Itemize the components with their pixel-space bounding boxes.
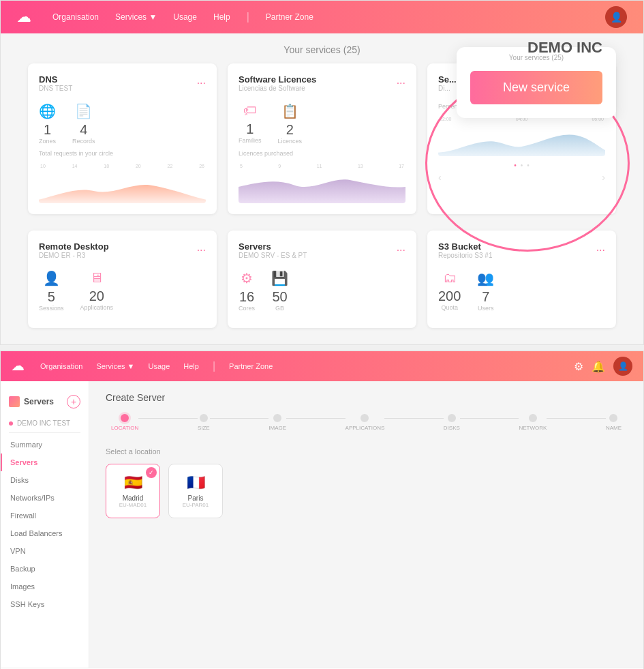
- bottom-nav-help[interactable]: Help: [183, 362, 199, 370]
- location-paris[interactable]: 🇫🇷 Paris EU-PAR01: [168, 464, 223, 518]
- paris-flag: 🇫🇷: [187, 474, 205, 492]
- s3-title: S3 Bucket: [438, 241, 493, 252]
- sidebar-section-dot: [9, 421, 13, 426]
- nav-services[interactable]: Services ▼: [115, 12, 157, 22]
- software-chart: 59111317: [239, 162, 405, 203]
- nav-usage[interactable]: Usage: [173, 12, 197, 22]
- remote-desktop-header: Remote Desktop DEMO ER - R3 ...: [39, 241, 206, 267]
- sidebar-item-disks[interactable]: Disks: [1, 471, 89, 489]
- step-name-circle: [609, 414, 617, 422]
- sidebar-item-networks[interactable]: Networks/IPs: [1, 489, 89, 507]
- bottom-nav-usage[interactable]: Usage: [149, 362, 170, 370]
- services-title: Your services (25): [283, 44, 360, 55]
- applications-icon: 🖥: [90, 270, 104, 286]
- cores-icon: ⚙: [241, 270, 253, 286]
- top-avatar[interactable]: 👤: [605, 6, 627, 28]
- applications-value: 20: [89, 288, 104, 304]
- s3-users-label: Users: [478, 305, 494, 312]
- s3-users-value: 7: [482, 289, 489, 305]
- top-navbar-right: 👤: [605, 6, 627, 28]
- s3-users-icon: 👥: [477, 270, 494, 286]
- dns-card: DNS DNS TEST ... 🌐 1 Zones 📄 4 Records T…: [28, 63, 217, 214]
- s3-subtitle: Repositorio S3 #1: [438, 252, 493, 259]
- sidebar-item-ssh-keys[interactable]: SSH Keys: [1, 595, 89, 613]
- sidebar-item-backup[interactable]: Backup: [1, 560, 89, 578]
- madrid-flag: 🇪🇸: [124, 474, 142, 492]
- dns-records-value: 4: [80, 122, 87, 138]
- sidebar-section-label: DEMO INC TEST: [1, 417, 89, 430]
- step-disks: DISKS: [444, 414, 460, 431]
- bottom-avatar[interactable]: 👤: [613, 357, 632, 376]
- dns-zones-icon: 🌐: [39, 103, 56, 119]
- remote-applications-stat: 🖥 20 Applications: [80, 270, 114, 312]
- software-licences-card: Software Licences Licencias de Software …: [228, 63, 416, 214]
- paris-name: Paris: [188, 494, 204, 502]
- top-nav-links: Organisation Services ▼ Usage Help | Par…: [52, 11, 605, 23]
- notification-icon[interactable]: 🔔: [592, 360, 605, 373]
- step-image-circle: [273, 414, 281, 422]
- applications-label: Applications: [80, 304, 114, 311]
- sidebar-title: Servers: [9, 396, 54, 407]
- s3-dots[interactable]: ...: [596, 241, 605, 254]
- step-disks-label: DISKS: [444, 425, 460, 431]
- prev-arrow[interactable]: ‹: [438, 172, 442, 183]
- dns-card-header: DNS DNS TEST ...: [39, 74, 206, 100]
- servers-dots[interactable]: ...: [397, 241, 405, 254]
- step-size-circle: [200, 414, 208, 422]
- step-size: SIZE: [198, 414, 210, 431]
- bottom-nav-partner-zone[interactable]: Partner Zone: [229, 362, 273, 370]
- servers-stats: ⚙ 16 Cores 💾 50 GB: [239, 270, 405, 312]
- s3-users-stat: 👥 7 Users: [477, 270, 494, 312]
- dns-dots[interactable]: ...: [197, 74, 206, 87]
- software-card-header: Software Licences Licencias de Software …: [239, 74, 405, 100]
- nav-help[interactable]: Help: [213, 12, 230, 22]
- settings-icon[interactable]: ⚙: [574, 360, 583, 373]
- new-service-spotlight: Your services (25) New service: [457, 47, 616, 118]
- software-stat-licences: 📋 2 Licences: [278, 103, 303, 145]
- software-licences-value: 2: [286, 122, 294, 138]
- sidebar-item-firewall[interactable]: Firewall: [1, 507, 89, 524]
- location-madrid[interactable]: ✓ 🇪🇸 Madrid EU-MAD01: [106, 464, 160, 518]
- bottom-logo: ☁: [12, 359, 24, 374]
- pagination-dots: • • •: [438, 162, 605, 169]
- bottom-navbar-right: ⚙ 🔔 👤: [574, 357, 632, 376]
- software-stat-families: 🏷 1 Families: [239, 103, 262, 145]
- sidebar-item-servers[interactable]: Servers: [1, 454, 89, 471]
- sidebar-item-vpn[interactable]: VPN: [1, 542, 89, 560]
- third-chart: 02:0004:0006:00: [438, 115, 605, 156]
- madrid-code: EU-MAD01: [119, 502, 147, 508]
- gb-value: 50: [272, 289, 287, 305]
- sidebar-item-summary[interactable]: Summary: [1, 436, 89, 454]
- software-stats: 🏷 1 Families 📋 2 Licences: [239, 103, 405, 145]
- sidebar-item-images[interactable]: Images: [1, 578, 89, 595]
- dns-records-icon: 📄: [75, 103, 92, 119]
- step-image-label: IMAGE: [269, 425, 286, 431]
- dns-title: DNS: [39, 74, 72, 85]
- new-service-button[interactable]: New service: [470, 71, 602, 104]
- gb-label: GB: [275, 305, 284, 312]
- remote-desktop-dots[interactable]: ...: [197, 241, 206, 254]
- sidebar-item-load-balancers[interactable]: Load Balancers: [1, 524, 89, 542]
- next-arrow[interactable]: ›: [602, 172, 605, 183]
- quota-value: 200: [438, 288, 461, 304]
- software-licences-icon: 📋: [281, 103, 298, 119]
- step-name-label: NAME: [606, 425, 622, 431]
- servers-card: Servers DEMO SRV - ES & PT ... ⚙ 16 Core…: [228, 231, 416, 328]
- bottom-body: Servers + DEMO INC TEST Summary Servers …: [1, 381, 643, 668]
- servers-title: Servers: [239, 241, 307, 252]
- servers-card-title-block: Servers DEMO SRV - ES & PT: [239, 241, 307, 267]
- top-navbar: ☁ Organisation Services ▼ Usage Help | P…: [1, 1, 643, 33]
- location-grid: ✓ 🇪🇸 Madrid EU-MAD01 🇫🇷 Paris EU-PAR01: [106, 464, 627, 518]
- software-licences-label: Licences: [278, 138, 303, 145]
- bottom-nav-services[interactable]: Services ▼: [96, 362, 134, 370]
- nav-partner-zone[interactable]: Partner Zone: [266, 12, 313, 22]
- sidebar-add-button[interactable]: +: [67, 395, 80, 408]
- nav-organisation[interactable]: Organisation: [52, 12, 99, 22]
- bottom-nav-organisation[interactable]: Organisation: [40, 362, 82, 370]
- create-server-stepper: LOCATION SIZE IMAGE APPLICATIONS: [106, 414, 627, 431]
- software-dots[interactable]: ...: [397, 74, 405, 87]
- cores-value: 16: [239, 289, 254, 305]
- step-line-1: [138, 418, 198, 419]
- step-size-label: SIZE: [198, 425, 210, 431]
- step-location-circle: [121, 414, 129, 422]
